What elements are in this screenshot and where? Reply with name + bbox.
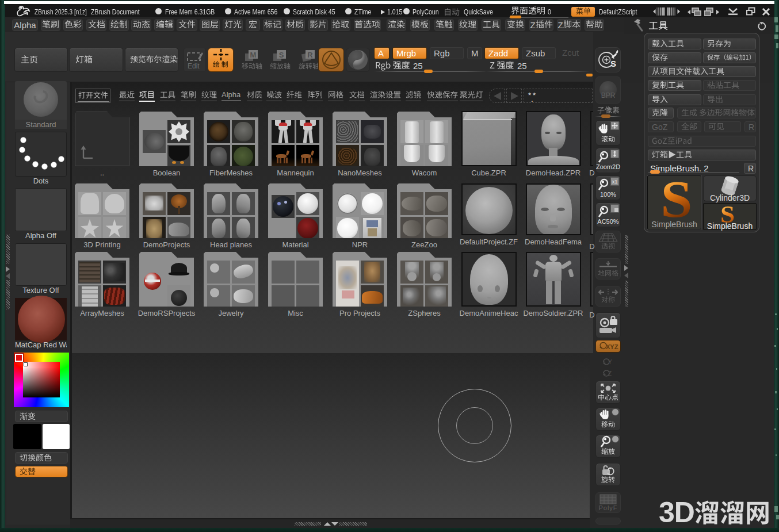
svg-text:M: M bbox=[250, 51, 257, 59]
svg-text:x1: x1 bbox=[612, 179, 618, 185]
svg-text:XYZ: XYZ bbox=[606, 343, 618, 350]
svg-text:S: S bbox=[279, 51, 284, 59]
svg-text:Z: Z bbox=[608, 370, 612, 377]
svg-text:R: R bbox=[307, 51, 313, 59]
svg-text:Y: Y bbox=[608, 359, 612, 365]
svg-text:S: S bbox=[610, 59, 616, 68]
